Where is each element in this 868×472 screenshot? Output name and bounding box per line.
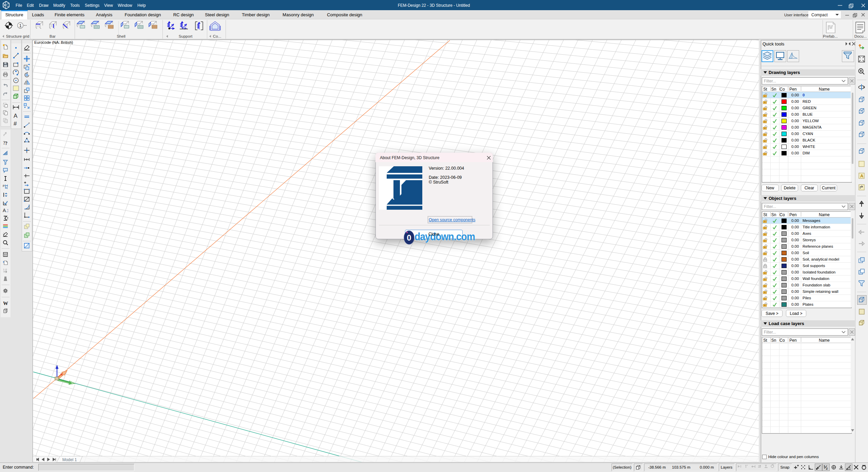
svg-text:1.0: 1.0 bbox=[3, 268, 7, 271]
svg-text:2: 2 bbox=[826, 467, 828, 470]
svg-text:?: ? bbox=[5, 141, 7, 146]
svg-text:A: A bbox=[860, 173, 864, 178]
svg-text:A: A bbox=[14, 113, 18, 119]
svg-text:1: 1 bbox=[824, 465, 825, 468]
svg-text:#: # bbox=[14, 120, 17, 127]
svg-text:.1: .1 bbox=[6, 208, 8, 213]
svg-text:1: 1 bbox=[19, 23, 21, 28]
svg-text:P: P bbox=[3, 184, 5, 188]
svg-text:W: W bbox=[3, 301, 8, 306]
